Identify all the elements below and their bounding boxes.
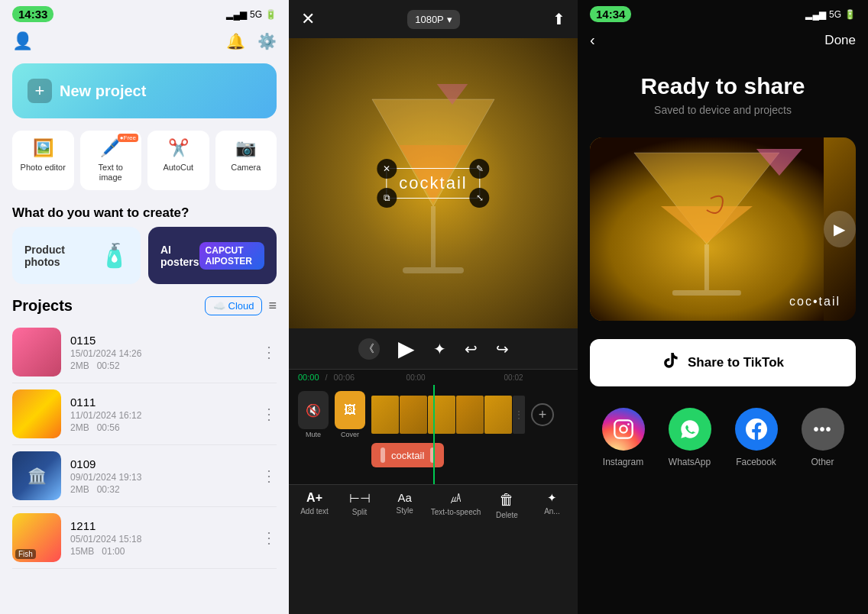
project-date: 15/01/2024 14:26 xyxy=(70,348,252,359)
battery-icon: 🔋 xyxy=(265,9,277,20)
svg-rect-1 xyxy=(431,206,436,267)
text-overlay-box[interactable]: ✕ ✎ ⧉ ⤡ cocktail xyxy=(386,168,480,199)
status-bar-home: 14:33 ▂▄▆ 5G 🔋 xyxy=(0,0,289,25)
style-label: Style xyxy=(397,506,413,515)
more-icon[interactable]: ⋮ xyxy=(261,528,277,547)
tool-split[interactable]: ⊢⊣ Split xyxy=(341,491,379,519)
more-icon[interactable]: ⋮ xyxy=(261,467,277,485)
autocut-label: AutoCut xyxy=(163,163,193,173)
video-thumbnail-large[interactable]: ▶ coc•tail xyxy=(590,137,856,321)
handle-copy-icon[interactable]: ⧉ xyxy=(377,188,397,208)
project-item[interactable]: Fish 1211 05/01/2024 15:18 15MB 01:00 ⋮ xyxy=(12,507,277,569)
tool-photo-editor[interactable]: 🖼️ Photo editor xyxy=(12,131,74,190)
add-text-icon: A+ xyxy=(306,491,322,505)
redo-button[interactable]: ↪ xyxy=(496,340,509,358)
profile-icon[interactable]: 👤 xyxy=(12,31,33,51)
network-icon: 5G xyxy=(250,9,262,20)
back-button[interactable]: 《 xyxy=(358,338,380,360)
status-icons-home: ▂▄▆ 5G 🔋 xyxy=(226,9,277,20)
split-label: Split xyxy=(352,508,367,516)
upload-button[interactable]: ⬆ xyxy=(552,10,565,28)
cover-button-wrap[interactable]: 🖼 Cover xyxy=(335,391,365,438)
share-apps-row: Instagram WhatsApp Facebook ••• Other xyxy=(578,396,868,480)
share-facebook[interactable]: Facebook xyxy=(735,408,778,467)
create-card-product[interactable]: Product photos 🧴 xyxy=(12,227,141,284)
current-time-label: 00:00 xyxy=(298,373,319,382)
tool-delete[interactable]: 🗑 Delete xyxy=(487,491,526,519)
svg-rect-8 xyxy=(672,290,741,296)
cocktail-glass-graphic xyxy=(357,84,510,328)
create-card-ai-posters[interactable]: AI posters CAPCUT AIPOSTER xyxy=(148,227,277,284)
tiktok-share-label: Share to TikTok xyxy=(688,355,784,370)
play-button[interactable]: ▶ xyxy=(398,336,415,361)
settings-icon[interactable]: ⚙️ xyxy=(257,32,277,50)
photo-editor-icon: 🖼️ xyxy=(33,138,53,158)
other-icon: ••• xyxy=(802,408,844,451)
svg-rect-11 xyxy=(614,420,632,438)
split-icon: ⊢⊣ xyxy=(349,491,371,506)
trim-handle-left[interactable] xyxy=(381,448,385,463)
done-button[interactable]: Done xyxy=(824,33,856,48)
ready-section: Ready to share Saved to device and proje… xyxy=(578,55,868,128)
product-label: Product photos xyxy=(24,244,100,268)
add-clip-button[interactable]: + xyxy=(531,403,554,426)
resolution-button[interactable]: 1080P ▾ xyxy=(407,10,460,29)
mute-button-wrap[interactable]: 🔇 Mute xyxy=(298,391,329,438)
new-project-button[interactable]: + New project xyxy=(12,63,277,118)
close-button[interactable]: ✕ xyxy=(301,9,315,29)
share-instagram[interactable]: Instagram xyxy=(602,408,645,467)
tool-style[interactable]: Aa Style xyxy=(386,491,424,519)
other-label: Other xyxy=(811,457,834,467)
cloud-button[interactable]: ☁️ Cloud xyxy=(205,296,263,315)
undo-button[interactable]: ↩ xyxy=(465,340,478,358)
project-meta: 2MB 00:56 xyxy=(70,422,252,433)
capcut-badge: CAPCUT AIPOSTER xyxy=(199,242,264,270)
tool-autocut[interactable]: ✂️ AutoCut xyxy=(147,131,209,190)
project-item[interactable]: 0115 15/01/2024 14:26 2MB 00:52 ⋮ xyxy=(12,322,277,383)
cloud-label: Cloud xyxy=(228,300,254,312)
camera-label: Camera xyxy=(231,163,261,173)
sort-icon[interactable]: ≡ xyxy=(268,298,277,314)
video-frame xyxy=(456,396,484,434)
video-frame xyxy=(428,396,455,434)
play-overlay[interactable]: ▶ xyxy=(824,211,856,247)
free-badge: ●Free xyxy=(118,134,138,142)
status-time-home: 14:33 xyxy=(12,6,53,22)
magic-icon[interactable]: ✦ xyxy=(433,340,446,358)
playhead xyxy=(433,385,435,484)
handle-close-icon[interactable]: ✕ xyxy=(377,159,397,179)
timeline-bar: 00:00 / 00:06 00:00 00:02 xyxy=(289,370,578,385)
thumb-text: coc•tail xyxy=(789,295,840,309)
time-separator: / xyxy=(326,373,328,382)
project-item[interactable]: 🏛️ 0109 09/01/2024 19:13 2MB 00:32 ⋮ xyxy=(12,445,277,507)
share-whatsapp[interactable]: WhatsApp xyxy=(669,408,711,467)
back-button-share[interactable]: ‹ xyxy=(590,31,595,49)
tool-text-to-image[interactable]: ●Free 🖊️ Text to image xyxy=(80,131,142,190)
mute-icon: 🔇 xyxy=(306,403,321,418)
cloud-icon: ☁️ xyxy=(213,300,225,312)
mute-button[interactable]: 🔇 xyxy=(298,391,329,429)
video-preview: ✕ ✎ ⧉ ⤡ cocktail xyxy=(289,38,578,328)
video-frame xyxy=(400,396,427,434)
tiktok-share-button[interactable]: Share to TikTok xyxy=(590,339,856,386)
more-icon[interactable]: ⋮ xyxy=(261,343,277,361)
total-time-label: 00:06 xyxy=(334,373,355,382)
project-item[interactable]: 0111 11/01/2024 16:12 2MB 00:56 ⋮ xyxy=(12,383,277,445)
chevron-down-icon: ▾ xyxy=(447,14,452,25)
share-other[interactable]: ••• Other xyxy=(802,408,844,467)
tool-animate[interactable]: ✦ An... xyxy=(533,491,571,519)
bottom-tools: A+ Add text ⊢⊣ Split Aa Style ㎂ Text-to-… xyxy=(289,484,578,525)
video-frame xyxy=(484,396,512,434)
notification-icon[interactable]: 🔔 xyxy=(226,32,245,50)
cover-button[interactable]: 🖼 xyxy=(335,391,365,429)
project-info: 0115 15/01/2024 14:26 2MB 00:52 xyxy=(70,334,252,371)
text-to-image-icon: 🖊️ xyxy=(100,138,121,158)
create-cards: Product photos 🧴 AI posters CAPCUT AIPOS… xyxy=(0,227,289,284)
text-to-speech-icon: ㎂ xyxy=(450,491,462,506)
tool-add-text[interactable]: A+ Add text xyxy=(296,491,334,519)
add-text-label: Add text xyxy=(300,507,329,515)
tool-camera[interactable]: 📷 Camera xyxy=(215,131,277,190)
top-nav: 👤 🔔 ⚙️ xyxy=(0,25,289,57)
tool-text-to-speech[interactable]: ㎂ Text-to-speech xyxy=(431,491,481,519)
more-icon[interactable]: ⋮ xyxy=(261,405,277,423)
